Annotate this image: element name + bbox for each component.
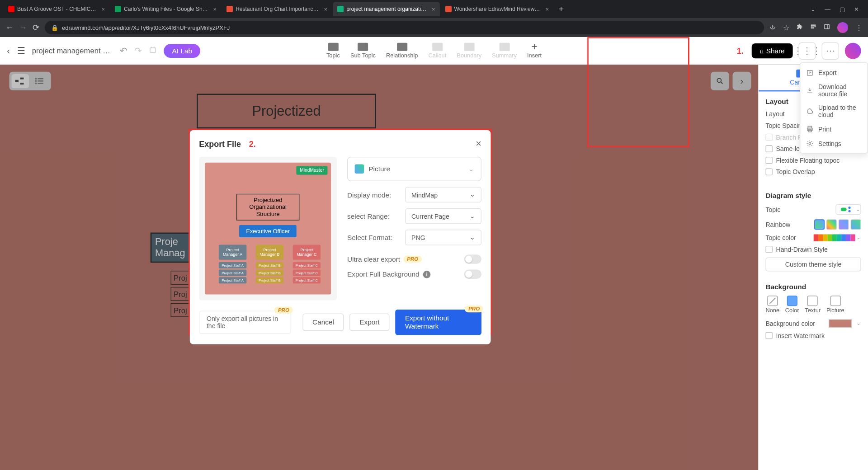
rainbow-label: Rainbow [765,221,790,228]
extensions-icon[interactable] [797,24,803,32]
subtopic-tool[interactable]: Sub Topic [350,43,376,59]
label: Textur [805,307,821,314]
bg-none[interactable]: None [765,296,779,314]
apps-grid-icon[interactable]: ⋮⋮⋮ [798,42,816,59]
insert-tool[interactable]: +Insert [527,43,542,59]
back-arrow-icon[interactable]: ‹ [7,46,10,56]
label: Topic Overlap [776,169,815,175]
forward-icon[interactable]: → [19,23,27,33]
document-title[interactable]: project management orga... [32,46,113,55]
cancel-button[interactable]: Cancel [302,314,344,331]
bg-color-label: Background color [765,320,815,327]
menu-label: Upload to the cloud [818,104,862,118]
select-format-select[interactable]: PNG⌄ [405,230,481,245]
menu-label: Export [818,69,837,76]
history-icon[interactable] [149,46,157,56]
hand-drawn-checkbox[interactable] [765,246,772,253]
same-level-checkbox[interactable] [765,145,772,152]
picture-icon [830,296,840,306]
user-avatar[interactable] [845,42,861,59]
tab-3[interactable]: Restaurant Org Chart Importanc…× [222,2,332,16]
svg-rect-5 [150,47,156,52]
minimize-icon[interactable]: — [825,6,830,13]
tab-1[interactable]: Bust A Groove OST - CHEMIC…× [4,2,109,16]
menu-export[interactable]: Export [800,66,867,80]
bg-texture[interactable]: Textur [805,296,821,314]
close-icon[interactable]: × [213,6,217,13]
back-icon[interactable]: ← [5,23,14,33]
undo-icon[interactable]: ↶ [120,45,127,56]
overlap-checkbox[interactable] [765,169,772,175]
tab-4[interactable]: project management organizati…× [333,2,439,16]
browser-tabs: Bust A Groove OST - CHEMIC…× Carlo's Wri… [0,0,868,18]
gear-icon [806,140,814,147]
rainbow-opt-2[interactable] [826,219,837,230]
tab-5[interactable]: Wondershare EdrawMind Review…× [441,2,553,16]
display-mode-select[interactable]: MindMap⌄ [405,187,481,203]
ai-lab-button[interactable]: AI Lab [164,44,200,58]
close-icon[interactable]: × [545,6,549,13]
bg-color-swatch[interactable] [829,320,852,328]
tab-2[interactable]: Carlo's Writing Files - Google Sh…× [110,2,221,16]
close-icon[interactable]: × [102,6,105,13]
url-input[interactable]: 🔒 edrawmind.com/app/editor/XJTy6iyt0cXx4… [45,21,764,34]
select-value: Current Page [411,212,449,219]
rainbow-opt-4[interactable] [851,219,861,230]
button-label: Export without Watermark [405,314,449,330]
new-tab-button[interactable]: + [554,5,568,14]
canvas[interactable]: › Projectized Proje Manag Proj Proj Proj… [0,65,758,470]
relationship-tool[interactable]: Relationship [386,43,418,59]
more-menu-button[interactable]: ⋯ [822,42,839,59]
topic-style-select[interactable]: ⌄ [835,204,861,215]
export-no-watermark-button[interactable]: Export without Watermark PRO [395,310,481,335]
sidepanel-icon[interactable] [824,24,830,32]
menu-download[interactable]: Download source file [800,80,867,101]
only-pictures-button[interactable]: Only export all pictures in the file PRO [199,310,291,334]
hamburger-icon[interactable]: ☰ [17,45,25,56]
flexible-checkbox[interactable] [765,157,772,164]
share-url-icon[interactable] [769,24,776,32]
reading-list-icon[interactable] [810,24,816,32]
share-button[interactable]: ⩍Share [752,43,793,58]
pv-node: Project Staff B [256,277,283,283]
custom-theme-button[interactable]: Custom theme style [765,258,861,272]
format-group-select[interactable]: Picture ⌄ [347,157,481,181]
bookmark-icon[interactable]: ☆ [783,24,789,32]
svg-rect-24 [841,208,847,212]
tool-label: Callout [428,52,446,58]
close-icon[interactable]: × [432,6,435,13]
modal-close-icon[interactable]: × [476,138,481,150]
close-window-icon[interactable]: ✕ [854,6,859,13]
topic-tool[interactable]: Topic [326,43,340,59]
menu-print[interactable]: Print [800,122,867,136]
chevron-down-icon: ⌄ [468,165,474,173]
topic-color-strip[interactable]: ⌄ [814,234,861,241]
info-icon[interactable]: i [423,270,430,278]
profile-avatar[interactable] [837,22,848,33]
chevron-down-icon[interactable]: ⌄ [811,6,816,13]
pv-node: Project Staff C [293,262,321,268]
pro-badge: PRO [465,306,483,312]
full-bg-toggle[interactable] [464,270,481,279]
bg-picture[interactable]: Picture [826,296,844,314]
svg-rect-3 [825,24,830,28]
diagram-style-heading: Diagram style [765,192,861,200]
select-range-select[interactable]: Current Page⌄ [405,208,481,224]
menu-upload[interactable]: Upload to the cloud [800,101,867,122]
pv-node: Project Manager A [219,245,246,260]
maximize-icon[interactable]: ▢ [840,6,845,13]
chevron-down-icon: ⌄ [470,212,475,220]
chrome-menu-icon[interactable]: ⋮ [855,24,863,32]
ultra-clear-toggle[interactable] [464,254,481,263]
export-button[interactable]: Export [349,314,389,331]
rainbow-opt-3[interactable] [839,219,849,230]
print-icon [806,125,814,133]
tab-label: project management organizati… [346,6,426,12]
redo-icon[interactable]: ↷ [134,45,142,56]
rainbow-opt-1[interactable] [814,219,825,230]
close-icon[interactable]: × [324,6,328,13]
reload-icon[interactable]: ⟳ [33,23,39,33]
watermark-checkbox[interactable] [765,332,772,339]
menu-settings[interactable]: Settings [800,136,867,150]
bg-color[interactable]: Color [785,296,799,314]
